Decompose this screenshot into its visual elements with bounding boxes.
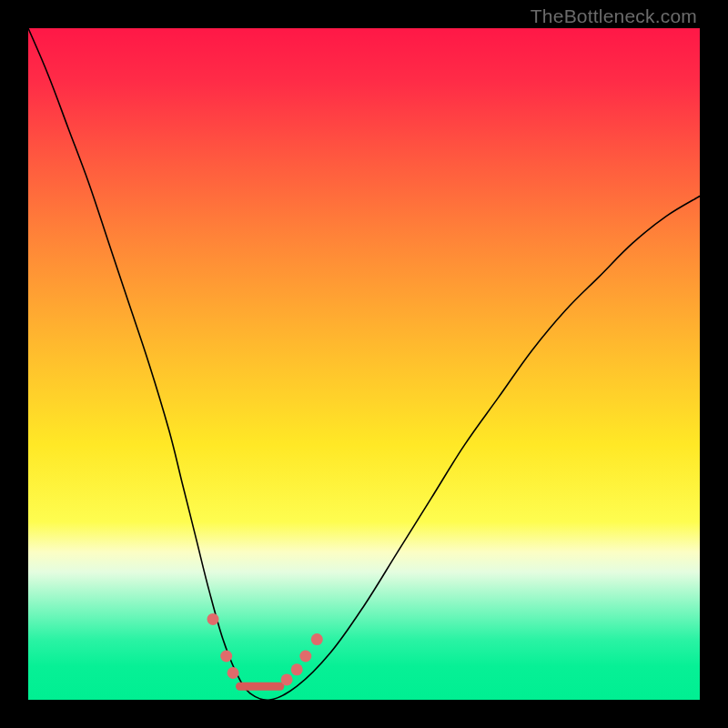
highlight-dot	[228, 667, 239, 679]
highlight-dot	[299, 651, 311, 662]
chart-frame: TheBottleneck.com	[0, 0, 728, 728]
highlight-dot	[291, 663, 303, 675]
watermark-text: TheBottleneck.com	[531, 5, 697, 27]
bottleneck-curve	[28, 28, 700, 700]
curve-svg	[28, 28, 700, 700]
highlight-markers	[207, 613, 323, 686]
highlight-dot	[311, 633, 323, 645]
highlight-dot	[207, 613, 219, 625]
highlight-dot	[220, 651, 232, 662]
highlight-dot	[281, 673, 293, 685]
plot-area	[28, 28, 700, 700]
